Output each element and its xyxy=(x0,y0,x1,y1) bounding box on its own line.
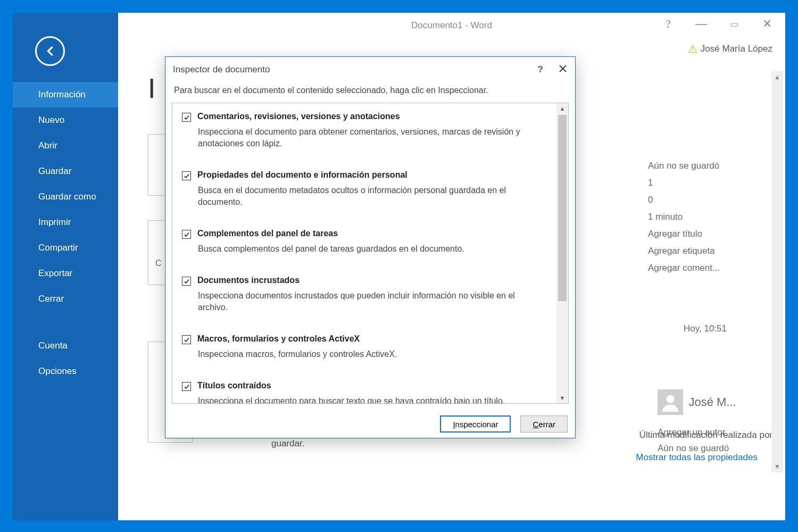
option-description: Inspecciona el documento para buscar tex… xyxy=(198,395,545,403)
card-inspect-label: C xyxy=(155,259,162,268)
option-title: Comentarios, revisiones, versiones y ano… xyxy=(197,112,400,121)
inspector-option: Propiedades del documento e información … xyxy=(172,162,556,220)
scroll-up-icon[interactable]: ▲ xyxy=(556,105,568,112)
side-nuevo[interactable]: Nuevo xyxy=(13,107,118,133)
document-inspector-dialog: Inspector de documento ? Para buscar en … xyxy=(165,56,576,438)
inspector-option: Títulos contraídosInspecciona el documen… xyxy=(172,372,556,403)
scroll-down-icon[interactable]: ▼ xyxy=(556,395,568,401)
side-cuenta[interactable]: Cuenta xyxy=(13,333,118,359)
prop-add-comment[interactable]: Agregar coment... xyxy=(648,260,765,277)
option-description: Busca en el documento metadatos ocultos … xyxy=(198,185,545,208)
inspect-button[interactable]: Inspeccionar xyxy=(440,415,511,433)
option-title: Propiedades del documento e información … xyxy=(197,170,408,180)
prop-add-title[interactable]: Agregar título xyxy=(648,226,765,243)
properties-column: Aún no se guardó 1 0 1 minuto Agregar tí… xyxy=(648,157,765,277)
last-mod-by-label: Última modificación realizada por xyxy=(639,430,772,440)
scroll-thumb[interactable] xyxy=(558,115,567,301)
inspector-option: Comentarios, revisiones, versiones y ano… xyxy=(172,103,556,162)
side-exportar[interactable]: Exportar xyxy=(13,261,118,286)
prop-last-modified: Hoy, 10:51 xyxy=(684,323,727,334)
dialog-scrollbar[interactable]: ▲ ▼ xyxy=(556,103,568,403)
side-guardar[interactable]: Guardar xyxy=(13,159,118,184)
scroll-down-icon[interactable]: ▼ xyxy=(771,461,783,472)
user-name: José María López xyxy=(701,44,772,54)
option-description: Inspecciona documentos incrustados que p… xyxy=(198,290,545,313)
side-abrir[interactable]: Abrir xyxy=(13,133,118,159)
inspector-option: Documentos incrustadosInspecciona docume… xyxy=(172,267,556,326)
side-opciones[interactable]: Opciones xyxy=(13,359,118,384)
checkbox[interactable] xyxy=(182,382,191,391)
close-button[interactable]: Cerrar xyxy=(520,415,568,433)
maximize-icon[interactable]: ▭ xyxy=(726,19,743,29)
prop-add-tag[interactable]: Agregar etiqueta xyxy=(648,243,765,260)
option-title: Complementos del panel de tareas xyxy=(197,229,338,238)
option-description: Inspecciona el documento para obtener co… xyxy=(198,126,545,149)
checkbox[interactable] xyxy=(182,171,191,180)
inspector-options-list: Comentarios, revisiones, versiones y ano… xyxy=(172,103,556,403)
dialog-instruction: Para buscar en el documento el contenido… xyxy=(165,82,575,103)
svg-point-0 xyxy=(667,395,675,403)
side-info[interactable]: Información xyxy=(13,82,118,107)
inspector-option: Complementos del panel de tareasBusca co… xyxy=(172,220,556,267)
help-icon[interactable]: ? xyxy=(660,17,677,31)
dialog-close-icon[interactable] xyxy=(558,64,568,76)
arrow-left-icon xyxy=(43,44,57,59)
scroll-up-icon[interactable]: ▲ xyxy=(771,71,783,83)
side-compartir[interactable]: Compartir xyxy=(13,235,118,261)
window-title: Documento1 - Word xyxy=(411,20,492,31)
side-cerrar[interactable]: Cerrar xyxy=(13,286,118,312)
option-title: Macros, formularios y controles ActiveX xyxy=(197,334,360,344)
guardar-text: guardar. xyxy=(271,438,304,449)
checkbox[interactable] xyxy=(182,230,191,239)
backstage-sidebar: Información Nuevo Abrir Guardar Guardar … xyxy=(13,13,118,520)
prop-edittime: 1 minuto xyxy=(648,209,765,226)
avatar-icon xyxy=(658,389,683,415)
option-title: Documentos incrustados xyxy=(197,276,300,285)
show-all-properties-link[interactable]: Mostrar todas las propiedades xyxy=(636,452,758,463)
page-title-fragment: I xyxy=(148,72,155,104)
close-window-icon[interactable]: ✕ xyxy=(759,17,776,31)
app-window: Información Nuevo Abrir Guardar Guardar … xyxy=(12,12,786,521)
author-block: José M... Agregar un autor Aún no se gua… xyxy=(658,389,775,456)
checkbox[interactable] xyxy=(182,277,191,286)
side-imprimir[interactable]: Imprimir xyxy=(13,210,118,235)
warning-icon: ⚠ xyxy=(688,43,697,55)
main-scrollbar[interactable]: ▲ ▼ xyxy=(771,71,783,472)
prop-pages: 1 xyxy=(648,174,765,192)
inspector-option: Macros, formularios y controles ActiveXI… xyxy=(172,326,556,372)
user-tag[interactable]: ⚠ José María López xyxy=(688,43,772,55)
author-name[interactable]: José M... xyxy=(688,395,736,409)
minimize-icon[interactable]: — xyxy=(693,17,710,31)
titlebar: Documento1 - Word ? — ▭ ✕ xyxy=(118,13,785,38)
checkbox[interactable] xyxy=(182,335,191,344)
dialog-help-icon[interactable]: ? xyxy=(538,64,543,75)
option-description: Inspecciona macros, formularios y contro… xyxy=(198,348,545,360)
option-description: Busca complementos del panel de tareas g… xyxy=(198,243,545,255)
dialog-title: Inspector de documento xyxy=(173,64,270,75)
prop-words: 0 xyxy=(648,192,765,209)
side-guardarcomo[interactable]: Guardar como xyxy=(13,184,118,210)
option-title: Títulos contraídos xyxy=(197,381,271,390)
prop-saved: Aún no se guardó xyxy=(648,157,765,174)
back-button[interactable] xyxy=(35,36,65,66)
checkbox[interactable] xyxy=(182,113,191,122)
